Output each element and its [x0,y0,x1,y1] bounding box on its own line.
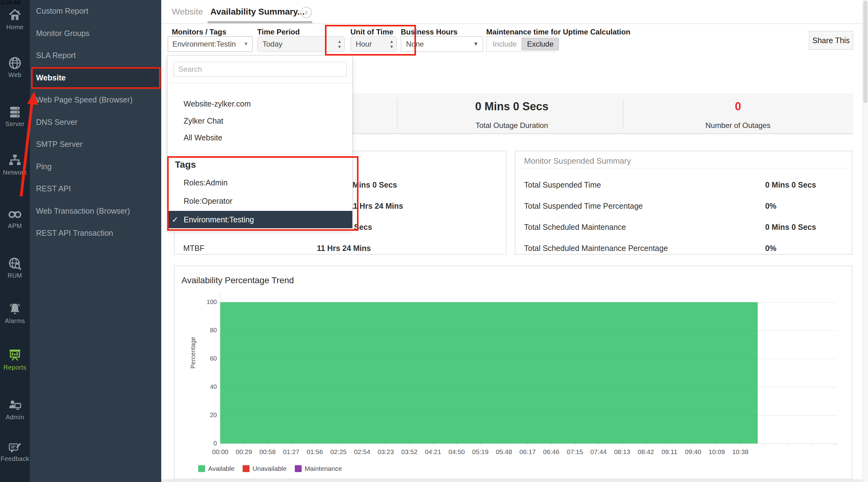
menu-item-web-page-speed-browser-[interactable]: Web Page Speed (Browser) [30,89,161,111]
icon-sidebar: Feedback 11:24 AM HomeWebServerNetworkAP… [0,0,30,482]
sidebar-item-label: Admin [0,414,30,421]
unit-of-time-value: Hour [356,40,372,48]
web-icon [8,56,22,70]
suspended-row-label: Total Scheduled Maintenance [524,223,626,232]
menu-item-ping[interactable]: Ping [30,156,161,178]
x-tick-mark [670,444,670,446]
feedback-icon [8,442,22,454]
x-tick-label: 00:29 [231,448,256,456]
time-period-select[interactable]: Today ▲▼ [257,36,345,52]
sidebar-item-alarms[interactable]: Alarms [0,302,30,325]
sidebar-clock: 11:24 AM [0,0,30,6]
chevron-down-icon: ▼ [473,37,478,52]
sidebar-item-label: Network [0,169,30,176]
suspended-row-label: Total Suspended Time [524,181,601,189]
home-icon [8,8,22,22]
x-tick-mark [693,444,693,446]
menu-item-dns-server[interactable]: DNS Server [30,111,161,133]
maintenance-include-option[interactable]: Include [488,40,522,49]
availability-row-value: 11 Hrs 24 Mins [317,244,371,253]
x-tick-label: 10:38 [728,448,753,456]
sidebar-item-label: Reports [0,364,30,371]
x-tick-mark [764,444,764,446]
x-tick-mark [315,444,315,446]
y-tick-label: 60 [199,355,217,362]
availability-trend-chart-panel: Availability Percentage Trend 1008060402… [174,265,852,479]
x-tick-label: 04:50 [444,448,469,456]
x-tick-mark [551,444,552,446]
sidebar-item-feedback[interactable]: Feedback [0,442,30,462]
x-tick-mark [740,444,741,446]
menu-item-smtp-server[interactable]: SMTP Server [30,133,161,155]
monitor-option[interactable]: All Website [167,129,352,146]
x-tick-mark [504,444,504,446]
divider [397,99,398,129]
feedback-label: Feedback [0,455,30,462]
search-input[interactable] [174,62,347,77]
vertical-scrollbar[interactable] [862,0,868,482]
reports-icon [8,349,22,363]
menu-item-rest-api-transaction[interactable]: REST API Transaction [30,222,161,244]
suspended-row: Total Suspended Time0 Mins 0 Secs [516,174,852,195]
y-axis-title: Percentage [189,337,197,368]
menu-item-website[interactable]: Website [30,67,161,89]
y-tick-label: 0 [199,440,217,447]
maintenance-exclude-option[interactable]: Exclude [522,38,559,50]
sidebar-item-label: Alarms [0,317,30,325]
tag-option[interactable]: Roles:Admin [167,174,352,191]
share-this-button[interactable]: Share This [809,31,853,50]
x-tick-mark [457,444,457,446]
sidebar-item-reports[interactable]: Reports [0,349,30,371]
tab-website[interactable]: Website [172,0,203,23]
maintenance-toggle: Include Exclude [486,36,556,52]
monitor-option[interactable]: Zylker Chat [167,113,352,129]
gridline [220,359,836,359]
menu-item-rest-api[interactable]: REST API [30,178,161,200]
unit-of-time-select[interactable]: Hour ▲▼ [350,36,397,52]
availability-row-value: 0 Mins 0 Secs [346,181,397,189]
availability-row: MTBF11 Hrs 24 Mins [175,237,506,259]
tag-option[interactable]: Role:Operator [167,192,352,210]
monitors-tags-value: Environment:Testin [173,40,236,48]
x-tick-mark [717,444,717,446]
availability-row-label: MTBF [183,244,205,253]
close-tab-icon[interactable]: x [301,7,312,18]
business-hours-value: None [406,40,424,48]
y-tick-label: 20 [199,412,217,419]
menu-item-monitor-groups[interactable]: Monitor Groups [30,22,161,44]
business-hours-select[interactable]: None ▼ [401,36,483,52]
sidebar-item-admin[interactable]: Admin [0,398,30,421]
tag-option-selected[interactable]: ✓Environment:Testing [167,211,352,228]
sidebar-item-apm[interactable]: APM [0,207,30,229]
number-of-outages-cell: 0 Number of Outages [623,93,853,130]
suspended-row-label: Total Suspended Time Percentage [524,201,643,211]
maintenance-label: Maintenance time for Uptime Calculation [486,28,630,36]
x-tick-label: 05:19 [468,448,493,456]
menu-item-sla-report[interactable]: SLA Report [30,44,161,66]
monitor-option[interactable]: Website-zylker.com [167,96,352,112]
suspended-row-value: 0% [765,201,776,211]
x-tick-label: 02:25 [326,448,351,456]
monitors-tags-dropdown[interactable]: Environment:Testin ▼ [168,36,253,52]
x-tick-label: 09:40 [681,448,706,456]
total-outage-duration-value: 0 Mins 0 Secs [401,100,623,113]
x-tick-mark [291,444,291,446]
gridline [220,330,836,331]
menu-item-custom-report[interactable]: Custom Report [30,0,161,22]
sidebar-item-rum[interactable]: RUM [0,257,30,279]
stepper-icon: ▲▼ [337,39,341,50]
sidebar-item-web[interactable]: Web [0,56,30,78]
x-tick-mark [409,444,410,446]
sidebar-item-server[interactable]: Server [0,105,30,128]
sidebar-item-home[interactable]: Home [0,8,30,31]
menu-item-web-transaction-browser-[interactable]: Web Transaction (Browser) [30,200,161,222]
scrollbar-thumb[interactable] [863,1,867,103]
y-tick-label: 40 [199,383,217,390]
server-icon [8,105,22,119]
tab-availability-summary[interactable]: Availability Summary... [210,0,305,23]
sidebar-item-network[interactable]: Network [0,153,30,176]
total-outage-duration-label: Total Outage Duration [401,121,623,130]
x-tick-mark [433,444,433,446]
x-tick-mark [268,444,268,446]
suspended-row: Total Scheduled Maintenance0 Mins 0 Secs [516,217,852,237]
